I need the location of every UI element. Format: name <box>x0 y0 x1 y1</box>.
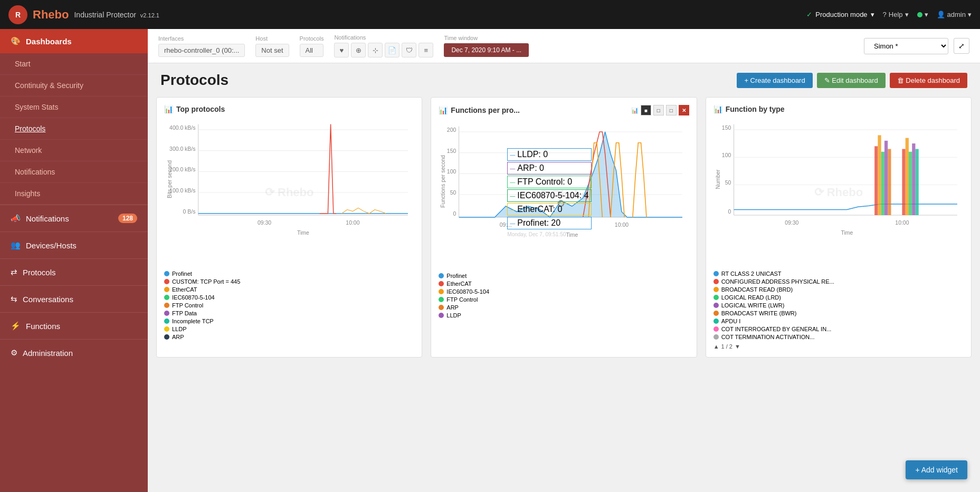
sidebar-item-continuity-security[interactable]: Continuity & Security <box>0 75 148 97</box>
dashboard-select[interactable]: Simon * <box>864 38 948 54</box>
status-indicator[interactable]: ▾ <box>917 11 928 18</box>
legend-color <box>713 303 719 308</box>
next-page-icon[interactable]: ▼ <box>735 343 740 350</box>
logo-area: R Rhebo Industrial Protector v2.12.1 <box>8 5 159 24</box>
legend-item: LOGICAL WRITE (LWR) <box>713 302 964 308</box>
protocols-select[interactable]: All <box>300 44 324 57</box>
expand-btn[interactable]: ⤢ <box>954 38 969 54</box>
notif-heart-btn[interactable]: ♥ <box>334 43 349 57</box>
sidebar-item-protocols-main[interactable]: ⇄ Protocols <box>0 258 148 285</box>
sidebar-item-system-stats[interactable]: System Stats <box>0 97 148 118</box>
svg-text:50: 50 <box>450 190 456 196</box>
widget-title-top-protocols: 📊 Top protocols <box>164 105 414 113</box>
legend-function-by-type: RT CLASS 2 UNICAST CONFIGURED ADDRESS PH… <box>713 271 964 340</box>
sidebar-item-insights[interactable]: Insights <box>0 183 148 205</box>
chevron-down-icon: ▾ <box>925 11 928 18</box>
legend-color <box>164 287 169 292</box>
notif-shield-btn[interactable]: 🛡 <box>402 43 416 57</box>
edit-dashboard-btn[interactable]: ✎ Edit dashboard <box>817 73 886 88</box>
sidebar-item-network[interactable]: Network <box>0 140 148 161</box>
notif-list-btn[interactable]: ≡ <box>418 43 433 57</box>
svg-text:10:00: 10:00 <box>895 220 909 226</box>
sidebar-item-notifications-main[interactable]: 📣 Notifications 128 <box>0 205 148 231</box>
sidebar-item-administration[interactable]: ⚙ Administration <box>0 339 148 366</box>
sidebar-item-protocols[interactable]: Protocols <box>0 118 148 140</box>
sidebar-item-start[interactable]: Start <box>0 53 148 75</box>
legend-color <box>713 319 719 324</box>
svg-rect-43 <box>881 152 884 215</box>
sidebar: 🎨 Dashboards Start Continuity & Security… <box>0 29 148 492</box>
widget-title-functions-per-protocol: 📊 Functions per pro... 📊 ■ □ □ ✕ <box>439 105 689 115</box>
ctrl-btn-1[interactable]: ■ <box>641 105 651 115</box>
svg-rect-41 <box>874 146 878 215</box>
create-dashboard-btn[interactable]: + Create dashboard <box>737 73 812 88</box>
svg-text:10:00: 10:00 <box>346 220 359 226</box>
sidebar-item-dashboards[interactable]: 🎨 Dashboards <box>0 29 148 53</box>
legend-functions-per-protocol: Profinet EtherCAT IEC60870-5-104 FTP Con… <box>439 273 689 319</box>
add-widget-btn[interactable]: + Add widget <box>906 460 967 479</box>
svg-text:50: 50 <box>725 180 731 186</box>
host-select[interactable]: Not set <box>255 44 289 57</box>
notification-icon-group: ♥ ⊕ ⊹ 📄 🛡 ≡ <box>334 43 433 57</box>
svg-text:300.0 kB/s: 300.0 kB/s <box>169 146 195 152</box>
production-mode-btn[interactable]: ✓ Production mode ▾ <box>806 11 874 18</box>
legend-color <box>713 279 719 284</box>
question-icon: ? <box>883 11 887 18</box>
devices-icon: 👥 <box>11 240 21 250</box>
legend-color <box>164 334 169 340</box>
svg-text:100: 100 <box>447 169 456 175</box>
svg-text:0: 0 <box>728 209 731 215</box>
interfaces-select[interactable]: rhebo-controller_0 (00:... <box>158 44 245 57</box>
sidebar-item-notifications-sub[interactable]: Notifications <box>0 161 148 183</box>
legend-color <box>713 334 719 340</box>
sidebar-item-devices-hosts[interactable]: 👥 Devices/Hosts <box>0 231 148 258</box>
page-header: Protocols + Create dashboard ✎ Edit dash… <box>148 63 980 93</box>
svg-rect-47 <box>905 138 908 215</box>
widget-title-function-by-type: 📊 Function by type <box>713 105 964 113</box>
page-actions: + Create dashboard ✎ Edit dashboard 🗑 De… <box>737 73 967 88</box>
notif-doc-btn[interactable]: 📄 <box>385 43 399 57</box>
chart-icon-small: 📊 <box>631 107 639 114</box>
sidebar-item-conversations[interactable]: ⇆ Conversations <box>0 285 148 312</box>
legend-color <box>439 281 444 286</box>
svg-text:Time: Time <box>841 230 853 236</box>
close-btn[interactable]: ✕ <box>679 105 689 115</box>
filter-time-window: Time window Dec 7, 2020 9:10 AM - ... <box>444 35 529 57</box>
svg-text:200.0 kB/s: 200.0 kB/s <box>169 167 195 172</box>
logo-icon: R <box>8 5 27 24</box>
chart-svg-top-protocols: 400.0 kB/s 300.0 kB/s 200.0 kB/s 100.0 k… <box>164 119 414 240</box>
notif-hierarchy-btn[interactable]: ⊹ <box>368 43 383 57</box>
help-btn[interactable]: ? Help ▾ <box>883 11 909 18</box>
legend-color <box>713 271 719 276</box>
legend-color <box>439 273 444 278</box>
notifications-badge: 128 <box>118 214 137 223</box>
ctrl-btn-2[interactable]: □ <box>653 105 664 115</box>
legend-item: LLDP <box>439 312 689 319</box>
legend-item: CUSTOM: TCP Port = 445 <box>164 278 414 285</box>
legend-item: Incomplete TCP <box>164 318 414 324</box>
svg-text:0 B/s: 0 B/s <box>183 209 196 215</box>
chart-tooltip: — LLDP: 0 — ARP: 0 — FTP Control: 0 — IE… <box>507 147 591 237</box>
admin-btn[interactable]: 👤 admin ▾ <box>937 11 972 18</box>
delete-dashboard-btn[interactable]: 🗑 Delete dashboard <box>890 73 967 88</box>
notif-plus-btn[interactable]: ⊕ <box>351 43 366 57</box>
svg-rect-46 <box>902 149 905 215</box>
ctrl-btn-3[interactable]: □ <box>666 105 677 115</box>
filter-notifications: Notifications ♥ ⊕ ⊹ 📄 🛡 ≡ <box>334 34 433 57</box>
legend-item: LLDP <box>164 326 414 332</box>
svg-rect-44 <box>884 141 888 215</box>
time-window-label: Time window <box>444 35 529 41</box>
protocols-filter-label: Protocols <box>300 35 324 42</box>
legend-item: RT CLASS 2 UNICAST <box>713 271 964 277</box>
svg-text:100.0 kB/s: 100.0 kB/s <box>169 188 195 194</box>
notifications-filter-label: Notifications <box>334 34 433 41</box>
legend-color <box>164 271 169 276</box>
sidebar-item-functions[interactable]: ⚡ Functions <box>0 312 148 339</box>
svg-text:Bits per second: Bits per second <box>167 160 173 198</box>
time-window-select[interactable]: Dec 7, 2020 9:10 AM - ... <box>444 43 529 57</box>
prev-page-icon[interactable]: ▲ <box>713 343 719 350</box>
top-nav: R Rhebo Industrial Protector v2.12.1 ✓ P… <box>0 0 980 29</box>
tooltip-lldp: — LLDP: 0 <box>507 148 591 161</box>
legend-color <box>164 326 169 332</box>
legend-item: FTP Data <box>164 310 414 316</box>
